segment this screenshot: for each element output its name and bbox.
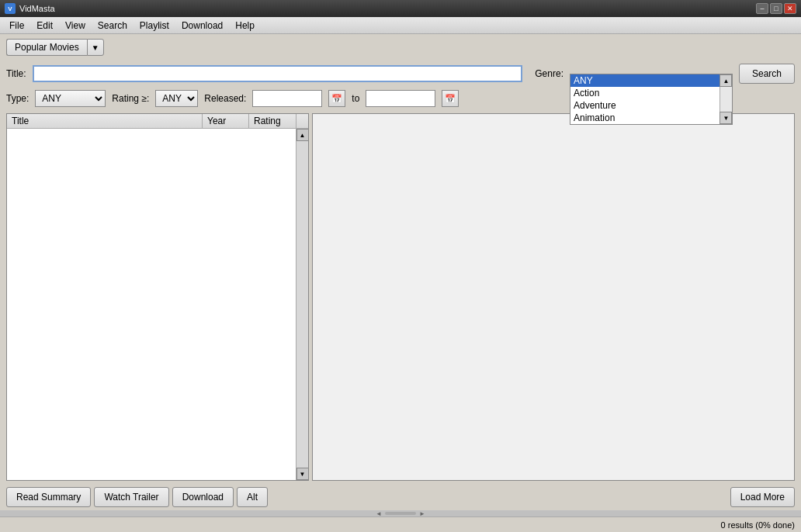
type-select[interactable]: ANY Movie TV Series Mini-Series [35, 90, 106, 107]
calendar-from-button[interactable]: 📅 [328, 90, 345, 107]
titlebar-controls: – □ ✕ [756, 3, 796, 14]
watch-trailer-button[interactable]: Watch Trailer [94, 487, 168, 507]
close-button[interactable]: ✕ [784, 3, 796, 14]
popular-movies-dropdown-arrow[interactable]: ▼ [87, 39, 104, 56]
menu-edit[interactable]: Edit [30, 19, 59, 33]
titlebar-title: VidMasta [19, 4, 55, 13]
genre-label: Genre: [535, 68, 563, 79]
genre-scroll-down[interactable]: ▼ [720, 112, 732, 124]
genre-option-animation[interactable]: Animation [570, 112, 732, 124]
rating-select[interactable]: ANY 123 456 789 [155, 90, 198, 107]
download-button[interactable]: Download [172, 487, 234, 507]
titlebar-left: V VidMasta [5, 3, 55, 14]
popular-movies-split-button: Popular Movies ▼ [6, 39, 104, 56]
menu-help[interactable]: Help [229, 19, 261, 33]
bottom-divider: ◄ ► [0, 510, 801, 516]
scroll-down-button[interactable]: ▼ [296, 468, 309, 480]
genre-scrollbar: ▲ ▼ [720, 74, 732, 124]
released-to-input[interactable] [366, 90, 435, 107]
statusbar: 0 results (0% done) [0, 516, 801, 532]
menu-file[interactable]: File [3, 19, 30, 33]
menu-search[interactable]: Search [92, 19, 134, 33]
menubar: File Edit View Search Playlist Download … [0, 17, 801, 34]
titlebar: V VidMasta – □ ✕ [0, 0, 801, 17]
detail-panel [312, 113, 795, 481]
menu-download[interactable]: Download [175, 19, 229, 33]
type-label: Type: [6, 93, 29, 104]
title-input[interactable] [33, 65, 523, 82]
status-text: 0 results (0% done) [721, 520, 795, 530]
title-label: Title: [6, 68, 26, 79]
scroll-up-button[interactable]: ▲ [296, 129, 309, 141]
popular-movies-button[interactable]: Popular Movies [6, 39, 87, 56]
rating-label: Rating ≥: [112, 93, 149, 104]
genre-option-action[interactable]: Action [570, 87, 732, 99]
genre-listbox[interactable]: ANY Action Adventure Animation ▲ ▼ [570, 74, 733, 125]
released-label: Released: [204, 93, 246, 104]
content-area: Title Year Rating ▲ ▼ [0, 110, 801, 484]
load-more-button[interactable]: Load More [730, 487, 795, 507]
genre-option-any[interactable]: ANY [570, 74, 732, 87]
genre-scroll-up[interactable]: ▲ [720, 74, 732, 87]
bottom-bar: Read Summary Watch Trailer Download Alt … [0, 484, 801, 510]
genre-option-adventure[interactable]: Adventure [570, 99, 732, 112]
read-summary-button[interactable]: Read Summary [6, 487, 91, 507]
calendar-to-button[interactable]: 📅 [442, 90, 459, 107]
results-body [7, 129, 296, 480]
col-header-rating[interactable]: Rating [249, 114, 296, 128]
toolbar: Popular Movies ▼ [0, 34, 801, 60]
col-header-year[interactable]: Year [203, 114, 249, 128]
app-icon: V [5, 3, 16, 14]
genre-options: ANY Action Adventure Animation [570, 74, 732, 124]
search-button[interactable]: Search [739, 64, 795, 84]
results-panel: Title Year Rating ▲ ▼ [6, 113, 309, 481]
col-header-title[interactable]: Title [7, 114, 203, 128]
released-from-input[interactable] [252, 90, 322, 107]
main-content: Popular Movies ▼ Title: Genre: ANY Actio… [0, 34, 801, 532]
results-scrollbar: ▲ ▼ [296, 129, 308, 480]
alt-button[interactable]: Alt [237, 487, 268, 507]
to-label: to [352, 93, 359, 104]
search-row: Title: Genre: ANY Action Adventure Anima… [0, 60, 801, 87]
menu-view[interactable]: View [59, 19, 92, 33]
restore-button[interactable]: □ [770, 3, 782, 14]
minimize-button[interactable]: – [756, 3, 768, 14]
results-header: Title Year Rating [7, 114, 308, 129]
menu-playlist[interactable]: Playlist [134, 19, 175, 33]
